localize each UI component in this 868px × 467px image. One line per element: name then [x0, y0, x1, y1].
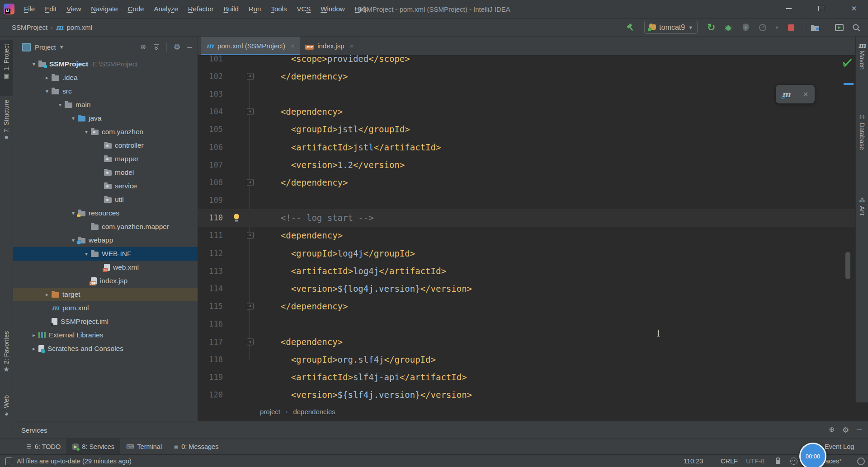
line-number[interactable]: 111: [198, 231, 223, 240]
settings-gear-icon[interactable]: ⚙: [842, 425, 849, 435]
close-button[interactable]: ✕: [844, 0, 864, 17]
fold-marker-icon[interactable]: ˄: [247, 179, 254, 186]
code-text[interactable]: </dependency>: [260, 177, 348, 187]
tree-item-target[interactable]: ▸target: [13, 288, 198, 301]
tree-item-ssmproject-iml[interactable]: SSMProject.iml: [13, 315, 198, 328]
code-line-115[interactable]: 115˄ </dependency>: [198, 298, 855, 315]
locate-icon[interactable]: ⊕: [829, 425, 835, 435]
minimize-button[interactable]: [778, 0, 799, 17]
code-text[interactable]: <scope>provided</scope>: [260, 54, 410, 64]
code-line-116[interactable]: 116: [198, 315, 855, 333]
line-number[interactable]: 110: [198, 213, 223, 222]
tree-item-pom-xml[interactable]: mpom.xml: [13, 301, 198, 315]
fold-marker-icon[interactable]: ˅: [247, 108, 254, 115]
code-text[interactable]: <version>${slf4j.version}</version>: [260, 390, 472, 400]
chevron-down-icon[interactable]: ▾: [56, 102, 65, 108]
tree-item-com-yanzhen-mapper[interactable]: com.yanzhen.mapper: [13, 220, 198, 234]
chevron-right-icon[interactable]: ▸: [29, 332, 38, 338]
tree-item-controller[interactable]: controller: [13, 139, 198, 152]
code-text[interactable]: <artifactId>log4j</artifactId>: [260, 266, 446, 276]
code-line-109[interactable]: 109: [198, 191, 855, 209]
code-text[interactable]: <dependency>: [260, 337, 343, 347]
profiler-icon[interactable]: [757, 22, 768, 33]
coverage-icon[interactable]: [740, 22, 751, 33]
chevron-down-icon[interactable]: ▾: [82, 129, 91, 135]
hide-panel-icon[interactable]: ─: [857, 425, 862, 435]
caret-position[interactable]: 110:23: [684, 455, 703, 467]
menu-edit[interactable]: Edit: [40, 5, 61, 13]
locate-icon[interactable]: ⊕: [141, 43, 146, 51]
tool-tab-project[interactable]: 1: Project ▣: [0, 40, 13, 96]
chevron-right-icon[interactable]: ▸: [42, 75, 52, 81]
code-text[interactable]: <version>1.2</version>: [260, 160, 405, 170]
collapse-all-icon[interactable]: [153, 44, 160, 51]
tree-item-web-xml[interactable]: web.xml: [13, 261, 198, 274]
tree-item-index-jsp[interactable]: index.jsp: [13, 274, 198, 288]
tree-item-service[interactable]: service: [13, 179, 198, 193]
toolwindow-tab-terminal[interactable]: ⌨Terminal: [120, 439, 168, 455]
fold-marker-icon[interactable]: ˅: [247, 338, 254, 345]
breadcrumb-project[interactable]: SSMProject: [12, 23, 47, 31]
code-area[interactable]: 101 <scope>provided</scope>102˄ </depend…: [198, 50, 855, 416]
code-text[interactable]: <dependency>: [260, 107, 343, 117]
tree-item-java[interactable]: ▾java: [13, 112, 198, 125]
project-panel-title[interactable]: Project: [35, 43, 56, 51]
line-number[interactable]: 117: [198, 337, 223, 346]
line-number[interactable]: 112: [198, 249, 223, 258]
code-line-112[interactable]: 112 <groupId>log4j</groupId>: [198, 244, 855, 262]
code-line-119[interactable]: 119 <artifactId>slf4j-api</artifactId>: [198, 368, 855, 386]
run-window-icon[interactable]: [834, 22, 844, 33]
close-icon[interactable]: ✕: [803, 90, 809, 98]
menu-window[interactable]: Window: [316, 5, 349, 13]
tree-item-external-libraries[interactable]: ▸External Libraries: [13, 328, 198, 342]
tool-tab-web[interactable]: Web ◕: [0, 395, 13, 431]
code-line-108[interactable]: 108˄ </dependency>: [198, 173, 855, 191]
fold-marker-icon[interactable]: ˄: [247, 303, 254, 310]
fold-marker-icon[interactable]: ˅: [247, 232, 254, 239]
code-text[interactable]: <dependency>: [260, 230, 343, 240]
line-number[interactable]: 118: [198, 355, 223, 364]
line-number[interactable]: 102: [198, 72, 223, 81]
line-number[interactable]: 115: [198, 302, 223, 311]
run-icon[interactable]: ↻: [706, 22, 717, 33]
code-text[interactable]: <artifactId>jstl</artifactId>: [260, 142, 441, 152]
file-encoding[interactable]: UTF-8: [746, 455, 764, 467]
tree-item-util[interactable]: util: [13, 193, 198, 206]
menu-tools[interactable]: Tools: [266, 5, 292, 13]
menu-code[interactable]: Code: [123, 5, 149, 13]
line-number[interactable]: 107: [198, 160, 223, 169]
chevron-down-icon[interactable]: ▾: [69, 210, 78, 216]
hide-panel-icon[interactable]: ─: [187, 43, 192, 51]
line-number[interactable]: 105: [198, 125, 223, 134]
toolwindow-tab-6-todo[interactable]: ☰6: TODO: [21, 439, 66, 455]
chevron-right-icon[interactable]: ▸: [29, 346, 38, 352]
chevron-down-icon[interactable]: ▼: [774, 25, 779, 30]
tree-item-src[interactable]: ▾src: [13, 84, 198, 98]
code-line-114[interactable]: 114 <version>${log4j.version}</version>: [198, 280, 855, 297]
tool-tab-maven[interactable]: m Maven: [856, 43, 868, 93]
line-number[interactable]: 104: [198, 107, 223, 116]
chevron-down-icon[interactable]: ▾: [42, 88, 52, 94]
code-line-101[interactable]: 101 <scope>provided</scope>: [198, 50, 855, 67]
code-line-113[interactable]: 113 <artifactId>log4j</artifactId>: [198, 262, 855, 280]
code-line-117[interactable]: 117˅ <dependency>: [198, 333, 855, 350]
breadcrumb-file[interactable]: pom.xml: [66, 23, 92, 31]
chevron-down-icon[interactable]: ▾: [29, 61, 38, 67]
maven-reimport-icon[interactable]: m⟳: [782, 92, 791, 97]
tree-item-web-inf[interactable]: ▾WEB-INF: [13, 247, 198, 261]
tree-item-ssmproject[interactable]: ▾SSMProjectE:\SSMProject: [13, 57, 198, 71]
line-number[interactable]: 108: [198, 178, 223, 187]
code-line-107[interactable]: 107 <version>1.2</version>: [198, 156, 855, 173]
line-number[interactable]: 101: [198, 54, 223, 63]
menu-analyze[interactable]: Analyze: [149, 5, 183, 13]
code-line-111[interactable]: 111˅ <dependency>: [198, 227, 855, 244]
stop-icon[interactable]: [786, 22, 797, 33]
maximize-button[interactable]: [811, 0, 831, 17]
menu-navigate[interactable]: Navigate: [86, 5, 123, 13]
menu-run[interactable]: Run: [244, 5, 266, 13]
breadcrumb-project-tag[interactable]: project: [260, 408, 280, 416]
menu-refactor[interactable]: Refactor: [183, 5, 219, 13]
breadcrumb-dependencies-tag[interactable]: dependencies: [293, 408, 335, 416]
build-hammer-icon[interactable]: [625, 22, 636, 33]
settings-gear-icon[interactable]: ⚙: [174, 42, 180, 52]
